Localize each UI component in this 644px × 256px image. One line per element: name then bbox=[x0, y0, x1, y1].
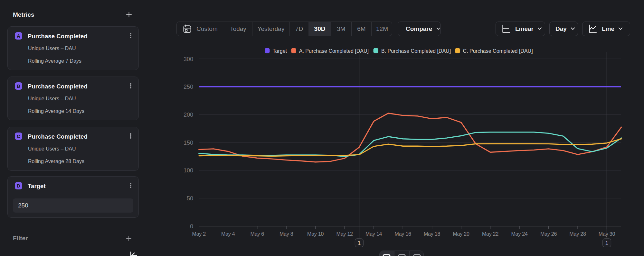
svg-text:May 8: May 8 bbox=[279, 231, 293, 237]
svg-text:May 12: May 12 bbox=[336, 231, 353, 237]
svg-text:C. Purchase Completed [DAU]: C. Purchase Completed [DAU] bbox=[463, 48, 533, 54]
svg-text:100: 100 bbox=[184, 167, 193, 174]
svg-text:May 16: May 16 bbox=[395, 231, 412, 237]
svg-text:B. Purchase Completed [DAU]: B. Purchase Completed [DAU] bbox=[381, 48, 451, 54]
svg-text:1: 1 bbox=[605, 240, 608, 246]
svg-text:May 18: May 18 bbox=[424, 231, 440, 237]
svg-text:A. Purchase Completed [DAU]: A. Purchase Completed [DAU] bbox=[299, 48, 369, 54]
svg-text:May 2: May 2 bbox=[192, 231, 206, 237]
svg-text:May 30: May 30 bbox=[599, 231, 615, 237]
svg-text:May 22: May 22 bbox=[482, 231, 499, 237]
svg-text:May 28: May 28 bbox=[569, 231, 586, 237]
svg-text:Target: Target bbox=[273, 48, 287, 54]
svg-text:50: 50 bbox=[187, 195, 193, 202]
svg-text:May 26: May 26 bbox=[540, 231, 557, 237]
svg-text:May 4: May 4 bbox=[221, 231, 235, 237]
svg-text:May 10: May 10 bbox=[307, 231, 324, 237]
svg-text:May 6: May 6 bbox=[251, 231, 264, 237]
svg-text:May 24: May 24 bbox=[511, 231, 528, 237]
svg-text:300: 300 bbox=[184, 56, 193, 62]
svg-text:1: 1 bbox=[357, 240, 361, 246]
svg-text:250: 250 bbox=[184, 84, 193, 90]
svg-text:May 20: May 20 bbox=[453, 231, 469, 237]
svg-text:0: 0 bbox=[190, 223, 193, 230]
svg-text:200: 200 bbox=[184, 112, 193, 118]
svg-text:150: 150 bbox=[184, 140, 193, 146]
svg-text:May 14: May 14 bbox=[365, 231, 382, 237]
